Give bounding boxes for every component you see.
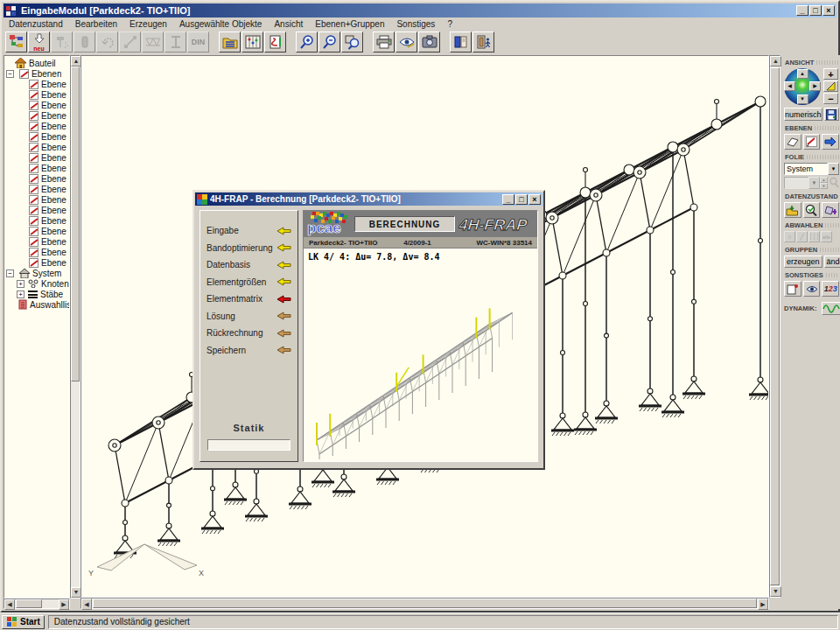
- new-button[interactable]: neu: [28, 32, 50, 52]
- zoom-window-icon: [345, 34, 360, 50]
- scroll-thumb[interactable]: [71, 66, 80, 382]
- tree-horizontal-scrollbar[interactable]: ◀ ▶: [4, 598, 70, 609]
- tree-vertical-scrollbar[interactable]: ▲ ▼: [70, 55, 80, 598]
- menu-help[interactable]: ?: [447, 19, 452, 29]
- rotate-right-icon[interactable]: ▶: [809, 81, 821, 91]
- view-options-button[interactable]: [396, 32, 417, 52]
- tree-item-ebene[interactable]: Ebene 18: [6, 257, 69, 268]
- print-button[interactable]: [373, 32, 395, 52]
- exit-button[interactable]: [472, 32, 494, 52]
- dynamik-button[interactable]: [822, 302, 840, 315]
- dialog-close-button[interactable]: ×: [528, 194, 541, 205]
- tree-item-ebene[interactable]: Ebene 16: [6, 236, 69, 247]
- menu-datenzustand[interactable]: Datenzustand: [9, 19, 63, 29]
- group-edit-button[interactable]: ändern: [824, 256, 840, 268]
- scroll-left-icon[interactable]: ◀: [81, 598, 92, 610]
- canvas-horizontal-scrollbar[interactable]: ◀ ▶: [80, 598, 769, 609]
- scroll-thumb[interactable]: [16, 599, 42, 608]
- tree-item-ebene[interactable]: Ebene 4: [6, 110, 69, 121]
- data-save-button[interactable]: [784, 202, 802, 218]
- save-view-button[interactable]: [824, 108, 839, 121]
- maximize-button[interactable]: □: [809, 5, 822, 16]
- numerisch-button[interactable]: numerisch: [784, 108, 822, 121]
- member-icon: [123, 35, 137, 49]
- dialog-minimize-button[interactable]: _: [502, 194, 514, 205]
- expand-icon[interactable]: +: [17, 290, 24, 298]
- rotate-down-icon[interactable]: ▼: [797, 94, 808, 104]
- new-button-label: neu: [29, 46, 49, 52]
- scroll-left-icon[interactable]: ◀: [4, 599, 15, 610]
- tree-item-ebene[interactable]: Ebene 6: [6, 131, 69, 142]
- manual-button[interactable]: [450, 32, 472, 52]
- expand-icon[interactable]: +: [17, 280, 24, 288]
- menu-ausgewaehlte-objekte[interactable]: Ausgewählte Objekte: [179, 19, 262, 29]
- tree-item-ebene[interactable]: Ebene 11: [6, 184, 69, 194]
- zoom-window-button[interactable]: [341, 32, 363, 52]
- menu-ansicht[interactable]: Ansicht: [274, 19, 303, 29]
- load-book-button[interactable]: [264, 32, 286, 52]
- folder-levels-button[interactable]: [219, 32, 241, 52]
- level-next-button[interactable]: [822, 134, 839, 150]
- misc-numbering-button[interactable]: 123: [822, 281, 839, 297]
- tree-item-ebene[interactable]: Ebene 10: [6, 173, 69, 184]
- start-button[interactable]: Start: [2, 615, 45, 629]
- snapshot-button[interactable]: [418, 32, 440, 52]
- scroll-thumb[interactable]: [93, 598, 757, 608]
- misc-page-button[interactable]: [784, 281, 802, 297]
- tree-item-ebene[interactable]: Ebene 8: [6, 152, 69, 163]
- tree-item-ebenen-group[interactable]: − Ebenen: [6, 68, 69, 79]
- tree-item-bauteil[interactable]: Bauteil: [6, 58, 69, 68]
- tree-item-ebene[interactable]: Ebene 3: [6, 100, 69, 110]
- tree-item-ebene[interactable]: Ebene 17: [6, 247, 69, 257]
- tree-item-ebene[interactable]: Ebene 14: [6, 215, 69, 226]
- group-create-button[interactable]: erzeugen: [784, 256, 822, 268]
- tree-item-ebene[interactable]: Ebene 9: [6, 163, 69, 173]
- data-check-button[interactable]: [803, 202, 821, 218]
- tree-item-ebene[interactable]: Ebene 15: [6, 226, 69, 236]
- canvas-vertical-scrollbar[interactable]: ▲ ▼: [769, 55, 780, 598]
- rotate-left-icon[interactable]: ◀: [784, 81, 795, 91]
- level-edit-button[interactable]: [803, 134, 821, 150]
- scroll-down-icon[interactable]: ▼: [770, 586, 781, 597]
- menu-sonstiges[interactable]: Sonstiges: [396, 19, 435, 29]
- rotate-up-icon[interactable]: ▲: [797, 69, 808, 79]
- tree-item-ebene[interactable]: Ebene 7: [6, 142, 69, 152]
- tree-item-ebene[interactable]: Ebene 2: [6, 89, 69, 100]
- folie-select[interactable]: System ▼: [784, 163, 839, 175]
- data-clear-button[interactable]: [822, 202, 839, 218]
- zoom-plus-button[interactable]: +: [823, 68, 838, 80]
- scroll-right-icon[interactable]: ▶: [59, 599, 69, 610]
- zoom-out-button[interactable]: [318, 32, 340, 52]
- tree-item-knoten[interactable]: + Knoten: [6, 278, 69, 289]
- measure-button[interactable]: [242, 32, 263, 52]
- zoom-in-button[interactable]: [296, 32, 318, 52]
- zoom-minus-button[interactable]: −: [823, 93, 838, 104]
- level-plane-button[interactable]: [784, 134, 802, 150]
- tree-item-ebene[interactable]: Ebene 13: [6, 205, 69, 215]
- scroll-up-icon[interactable]: ▲: [770, 56, 781, 66]
- view-rotate-pad[interactable]: ▲ ▼ ◀ ▶: [784, 68, 821, 105]
- close-button[interactable]: ×: [822, 5, 835, 16]
- model-tree[interactable]: Bauteil − Ebenen Ebene 1: [4, 55, 70, 598]
- collapse-icon[interactable]: −: [6, 270, 14, 277]
- shade-toggle-button[interactable]: [823, 80, 838, 92]
- scroll-thumb[interactable]: [770, 67, 780, 585]
- tree-item-ebene[interactable]: Ebene 1: [6, 79, 69, 89]
- dialog-maximize-button[interactable]: □: [515, 194, 528, 205]
- tree-item-staebe[interactable]: + Stäbe: [6, 289, 69, 299]
- menu-erzeugen[interactable]: Erzeugen: [130, 19, 167, 29]
- tree-item-ebene[interactable]: Ebene 5: [6, 121, 69, 131]
- tree-item-system[interactable]: − System: [6, 268, 69, 278]
- scroll-right-icon[interactable]: ▶: [758, 598, 768, 610]
- dialog-titlebar[interactable]: 4H-FRAP - Berechnung [Parkdeck2- TIO+TII…: [195, 192, 542, 206]
- collapse-icon[interactable]: −: [6, 70, 14, 78]
- minimize-button[interactable]: _: [796, 5, 808, 16]
- menu-bearbeiten[interactable]: Bearbeiten: [75, 19, 117, 29]
- tree-item-auswahlliste[interactable]: Auswahllist: [6, 299, 69, 310]
- menu-ebenen-gruppen[interactable]: Ebenen+Gruppen: [315, 19, 384, 29]
- tree-structure-button[interactable]: [5, 32, 27, 52]
- tree-item-ebene[interactable]: Ebene 12: [6, 194, 69, 205]
- misc-view-button[interactable]: [803, 281, 821, 297]
- chevron-down-icon[interactable]: ▼: [828, 163, 839, 175]
- din-button-label: DIN: [192, 38, 206, 46]
